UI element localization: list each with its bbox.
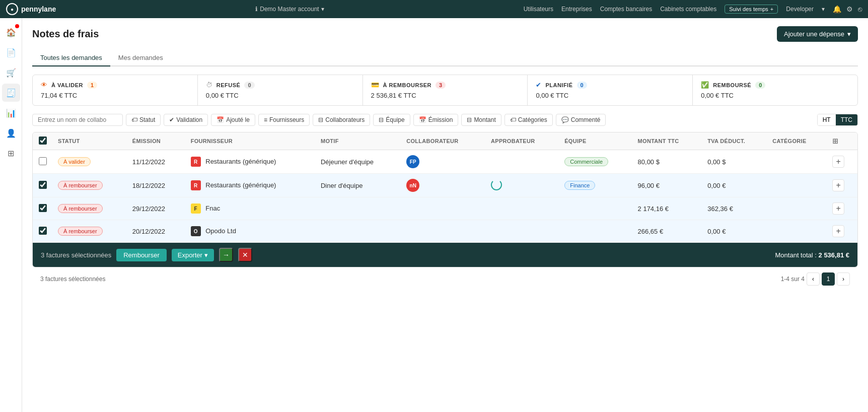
- row-categorie-2: [767, 174, 827, 197]
- a-valider-count: 1: [87, 82, 97, 89]
- filter-collaborateurs[interactable]: ⊟ Collaborateurs: [313, 114, 370, 126]
- collaborateur-avatar-1: FP: [406, 155, 419, 168]
- row-fournisseur-4: O Opodo Ltd: [186, 220, 316, 243]
- row-add-button-3[interactable]: +: [832, 202, 844, 215]
- sidebar-item-expense[interactable]: 🧾: [2, 84, 20, 102]
- search-input[interactable]: [32, 114, 123, 126]
- status-card-a-rembourser[interactable]: 💳 À REMBOURSER 3 2 536,81 € TTC: [363, 75, 528, 105]
- planifie-count: 0: [577, 82, 587, 89]
- row-tva-4: 0,00 €: [702, 220, 767, 243]
- row-collab-3: [401, 197, 486, 220]
- nav-utilisateurs[interactable]: Utilisateurs: [524, 6, 553, 13]
- row-emission-2: 18/12/2022: [127, 174, 186, 197]
- sidebar-item-grid[interactable]: ⊞: [2, 144, 20, 162]
- logout-icon[interactable]: ⎋: [858, 5, 862, 13]
- gear-icon[interactable]: ⚙: [846, 5, 853, 13]
- row-motif-1: Déjeuner d'équipe: [316, 150, 401, 174]
- logo[interactable]: ● pennylane: [6, 3, 56, 15]
- supplier-name-2: Restaurants (générique): [205, 181, 276, 189]
- home-icon: 🏠: [6, 28, 16, 37]
- row-categorie-3: [767, 197, 827, 220]
- credit-card-icon: 💳: [371, 81, 379, 89]
- tab-toutes-demandes[interactable]: Toutes les demandes: [32, 50, 110, 66]
- row-checkbox-2[interactable]: [39, 181, 47, 189]
- export-green-button[interactable]: →: [219, 248, 233, 262]
- main-content: Notes de frais Ajouter une dépense ▾ Tou…: [22, 18, 868, 412]
- sidebar-item-users[interactable]: 👤: [2, 124, 20, 142]
- row-add-button-1[interactable]: +: [832, 156, 844, 168]
- collaborateur-avatar-2: nN: [406, 179, 419, 192]
- calendar-icon: 📅: [216, 116, 224, 123]
- page-title: Notes de frais: [32, 28, 99, 40]
- top-navigation: ● pennylane ℹ Demo Master account ▾ Util…: [0, 0, 868, 18]
- pagination-prev[interactable]: ‹: [807, 272, 820, 286]
- row-checkbox-cell: [33, 220, 53, 243]
- select-all-checkbox[interactable]: [39, 136, 47, 145]
- sidebar-item-home[interactable]: 🏠: [2, 23, 20, 41]
- a-valider-label: À VALIDER: [51, 82, 83, 88]
- pagination-page-1[interactable]: 1: [822, 272, 835, 286]
- row-fournisseur-3: F Fnac: [186, 197, 316, 220]
- filter-commente[interactable]: 💬 Commenté: [556, 114, 606, 126]
- filter-equipe[interactable]: ⊟ Équipe: [373, 114, 410, 126]
- sidebar-item-shopping[interactable]: 🛒: [2, 63, 20, 82]
- page-header: Notes de frais Ajouter une dépense ▾: [32, 26, 858, 42]
- demo-account[interactable]: ℹ Demo Master account ▾: [255, 6, 324, 13]
- row-fournisseur-1: R Restaurants (générique): [186, 150, 316, 174]
- rembourser-button[interactable]: Rembourser: [116, 249, 167, 261]
- grid-icon: ⊞: [8, 149, 14, 158]
- nav-entreprises[interactable]: Entreprises: [561, 6, 592, 13]
- row-add-button-4[interactable]: +: [832, 225, 844, 237]
- filter-statut[interactable]: 🏷 Statut: [126, 114, 161, 126]
- shopping-icon: 🛒: [6, 68, 16, 78]
- filter-emission[interactable]: 📅 Émission: [413, 114, 459, 126]
- row-collab-1: FP: [401, 150, 486, 174]
- tab-mes-demandes[interactable]: Mes demandes: [110, 50, 171, 66]
- pagination-next[interactable]: ›: [837, 272, 850, 286]
- row-checkbox-4[interactable]: [39, 227, 47, 235]
- nav-cabinets-comptables[interactable]: Cabinets comptables: [660, 6, 716, 13]
- ttc-button[interactable]: TTC: [836, 114, 857, 125]
- bell-icon[interactable]: 🔔: [833, 5, 841, 13]
- a-rembourser-label: À REMBOURSER: [383, 82, 431, 88]
- filter-fournisseurs[interactable]: ≡ Fournisseurs: [258, 114, 310, 126]
- planifie-label: PLANIFIÉ: [545, 82, 572, 88]
- sidebar-item-documents[interactable]: 📄: [2, 43, 20, 61]
- suivi-des-temps-button[interactable]: Suivi des temps +: [725, 5, 778, 14]
- row-checkbox-cell: [33, 197, 53, 220]
- status-card-refuse[interactable]: ⏱ REFUSÉ 0 0,00 € TTC: [198, 75, 363, 105]
- row-montant-1: 80,00 $: [633, 150, 703, 174]
- status-card-planifie[interactable]: ✔ PLANIFIÉ 0 0,00 € TTC: [528, 75, 693, 105]
- row-equipe-4: [559, 220, 632, 243]
- row-motif-3: [316, 197, 401, 220]
- clock-icon: ⏱: [206, 81, 212, 89]
- row-status-4: À rembourser: [53, 220, 127, 243]
- add-expense-button[interactable]: Ajouter une dépense ▾: [777, 26, 858, 42]
- row-checkbox-cell: [33, 174, 53, 197]
- montant-filter-icon: ⊟: [467, 116, 472, 123]
- chart-icon: 📊: [6, 108, 16, 118]
- filter-ajoute-le[interactable]: 📅 Ajouté le: [211, 114, 255, 126]
- row-checkbox-1[interactable]: [39, 157, 47, 165]
- ht-button[interactable]: HT: [818, 114, 836, 125]
- selected-count-label: 3 factures sélectionnées: [41, 251, 111, 259]
- row-status-3: À rembourser: [53, 197, 127, 220]
- table-row: À rembourser 18/12/2022 R Restaurants (g…: [33, 174, 857, 197]
- nav-comptes-bancaires[interactable]: Comptes bancaires: [600, 6, 652, 13]
- developer-menu[interactable]: Developer: [786, 6, 814, 13]
- selected-count-pagination: 3 factures sélectionnées: [40, 276, 105, 283]
- exporter-button[interactable]: Exporter ▾: [172, 249, 214, 261]
- columns-icon[interactable]: ⊞: [832, 137, 838, 145]
- row-emission-3: 29/12/2022: [127, 197, 186, 220]
- check-filled-icon: ✅: [701, 81, 709, 89]
- row-status-1: À valider: [53, 150, 127, 174]
- status-card-a-valider[interactable]: 👁 À VALIDER 1 71,04 € TTC: [33, 75, 198, 105]
- filter-categories[interactable]: 🏷 Catégories: [504, 114, 553, 126]
- filter-montant[interactable]: ⊟ Montant: [461, 114, 501, 126]
- status-card-rembourse[interactable]: ✅ REMBOURSÉ 0 0,00 € TTC: [693, 75, 857, 105]
- row-checkbox-3[interactable]: [39, 204, 47, 212]
- sidebar-item-analytics[interactable]: 📊: [2, 104, 20, 122]
- delete-red-button[interactable]: ✕: [238, 248, 252, 262]
- row-add-button-2[interactable]: +: [832, 179, 844, 191]
- filter-validation[interactable]: ✔ Validation: [164, 114, 208, 126]
